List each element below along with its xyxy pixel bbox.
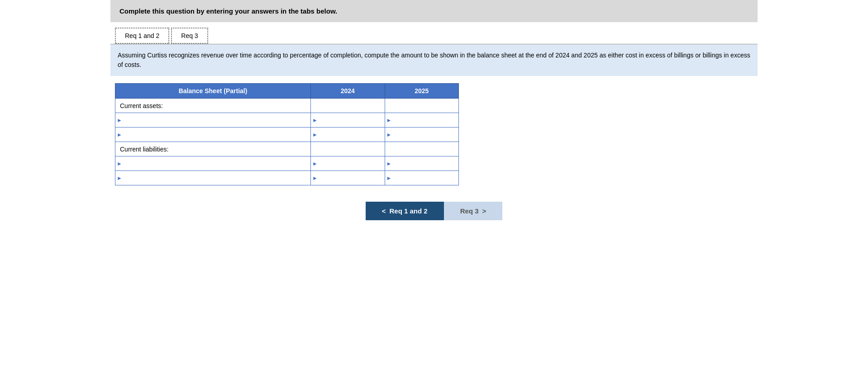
nav-buttons: < Req 1 and 2 Req 3 >	[110, 202, 758, 220]
row5-col2-cell[interactable]: ►	[311, 156, 385, 171]
header-banner: Complete this question by entering your …	[110, 0, 758, 22]
arrow-icon: ►	[386, 161, 392, 167]
header-text: Complete this question by entering your …	[119, 7, 337, 15]
table-area: Balance Sheet (Partial) 2024 2025 Curren…	[110, 76, 758, 193]
row5-col1-cell[interactable]: ►	[115, 156, 311, 171]
description-area: Assuming Curtiss recognizes revenue over…	[110, 44, 758, 76]
arrow-icon: ►	[386, 117, 392, 123]
next-arrow: >	[482, 207, 486, 215]
current-liabilities-label: Current liabilities:	[115, 142, 311, 156]
balance-sheet-table: Balance Sheet (Partial) 2024 2025 Curren…	[115, 83, 459, 185]
row3-col1-input[interactable]	[120, 130, 306, 139]
row6-col3-input[interactable]	[390, 174, 454, 182]
table-row[interactable]: ► ► ►	[115, 113, 459, 128]
prev-button[interactable]: < Req 1 and 2	[366, 202, 444, 220]
next-button[interactable]: Req 3 >	[444, 202, 503, 220]
tab-req1and2[interactable]: Req 1 and 2	[115, 28, 169, 44]
row5-col3-input[interactable]	[390, 159, 454, 168]
row6-col1-input[interactable]	[120, 174, 306, 182]
arrow-icon: ►	[117, 132, 122, 138]
col-header-label: Balance Sheet (Partial)	[115, 84, 311, 99]
row5-col1-input[interactable]	[120, 159, 306, 168]
arrow-icon: ►	[386, 132, 392, 138]
tab-req3[interactable]: Req 3	[171, 28, 208, 44]
row2-col2-cell[interactable]: ►	[311, 113, 385, 128]
arrow-icon: ►	[117, 161, 122, 167]
arrow-icon: ►	[117, 117, 122, 123]
prev-label: Req 1 and 2	[389, 207, 427, 215]
row2-col3-cell[interactable]: ►	[385, 113, 459, 128]
prev-arrow: <	[382, 207, 386, 215]
row6-col1-cell[interactable]: ►	[115, 171, 311, 185]
row2-col3-input[interactable]	[390, 116, 454, 124]
row6-col3-cell[interactable]: ►	[385, 171, 459, 185]
arrow-icon: ►	[386, 175, 392, 181]
row3-col3-cell[interactable]: ►	[385, 128, 459, 142]
row3-col2-input[interactable]	[315, 130, 380, 139]
arrow-icon: ►	[312, 161, 318, 167]
row3-col3-input[interactable]	[390, 130, 454, 139]
current-assets-2025	[385, 99, 459, 113]
row3-col2-cell[interactable]: ►	[311, 128, 385, 142]
current-liabilities-2025	[385, 142, 459, 156]
row6-col2-cell[interactable]: ►	[311, 171, 385, 185]
row6-col2-input[interactable]	[315, 174, 380, 182]
arrow-icon: ►	[312, 117, 318, 123]
table-row[interactable]: ► ► ►	[115, 128, 459, 142]
description-text: Assuming Curtiss recognizes revenue over…	[118, 52, 750, 68]
table-row: Current liabilities:	[115, 142, 459, 156]
row2-col2-input[interactable]	[315, 116, 380, 124]
current-liabilities-2024	[311, 142, 385, 156]
col-header-2024: 2024	[311, 84, 385, 99]
table-row: Current assets:	[115, 99, 459, 113]
row3-col1-cell[interactable]: ►	[115, 128, 311, 142]
row2-col1-cell[interactable]: ►	[115, 113, 311, 128]
row2-col1-input[interactable]	[120, 116, 306, 124]
col-header-2025: 2025	[385, 84, 459, 99]
arrow-icon: ►	[312, 175, 318, 181]
table-row[interactable]: ► ► ►	[115, 156, 459, 171]
arrow-icon: ►	[117, 175, 122, 181]
arrow-icon: ►	[312, 132, 318, 138]
current-assets-2024	[311, 99, 385, 113]
row5-col3-cell[interactable]: ►	[385, 156, 459, 171]
current-assets-label: Current assets:	[115, 99, 311, 113]
table-row[interactable]: ► ► ►	[115, 171, 459, 185]
tabs-container: Req 1 and 2 Req 3	[110, 22, 758, 44]
next-label: Req 3	[460, 207, 479, 215]
row5-col2-input[interactable]	[315, 159, 380, 168]
